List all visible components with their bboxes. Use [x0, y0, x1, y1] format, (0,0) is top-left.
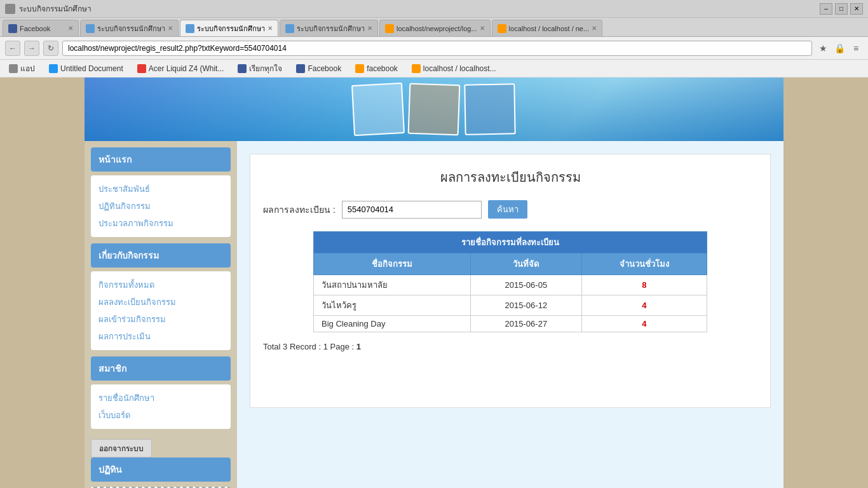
- sidebar-link-students[interactable]: รายชื่อนักศึกษา: [98, 390, 223, 407]
- tabs-bar: Facebook ✕ ระบบกิจกรรมนักศึกษา ✕ ระบบกิจ…: [0, 18, 868, 37]
- table-row: Big Cleaning Day 2015-06-27 4: [314, 316, 707, 332]
- localhost-icon: [412, 64, 421, 73]
- bookmark-riak-label: เรียกทุกใจ: [249, 62, 282, 74]
- tab-favicon-pma: [498, 24, 506, 33]
- activity-date-1: 2015-06-05: [470, 275, 581, 295]
- photo-thumb-2: [408, 83, 461, 136]
- tab-close-system2[interactable]: ✕: [268, 25, 273, 32]
- browser-icon: [5, 4, 15, 14]
- activity-date-3: 2015-06-27: [470, 316, 581, 332]
- bookmarks-bar: แอป Untitled Document Acer Liquid Z4 (Wh…: [0, 60, 868, 78]
- bookmark-acer[interactable]: Acer Liquid Z4 (Whit...: [133, 63, 228, 74]
- sidebar-link-gallery[interactable]: ประมวลภาพกิจกรรม: [98, 215, 223, 232]
- main-content: ผลการลงทะเบียนกิจกรรม ผลการลงทะเบียน : ค…: [237, 141, 783, 488]
- sidebar-link-announcements[interactable]: ประชาสัมพันธ์: [98, 180, 223, 198]
- settings-icon[interactable]: ≡: [849, 41, 863, 55]
- tab-localhost-log[interactable]: localhost/newproject/log... ✕: [379, 20, 491, 36]
- activity-name-3: Big Cleaning Day: [314, 316, 471, 332]
- tab-close-log[interactable]: ✕: [480, 25, 485, 32]
- sidebar-header-calendar: ปฏิทิน: [91, 458, 231, 482]
- tab-close-pma[interactable]: ✕: [592, 25, 597, 32]
- tab-label-system1: ระบบกิจกรรมนักศึกษา: [97, 23, 165, 34]
- activity-hours-1: 8: [581, 275, 707, 295]
- sidebar-link-reg-result[interactable]: ผลลงทะเบียนกิจกรรม: [98, 294, 223, 311]
- total-text: Total 3 Record : 1 Page :: [263, 342, 354, 351]
- table-title-header: รายชื่อกิจกรรมที่ลงทะเบียน: [314, 232, 707, 254]
- facebook2-icon: [355, 64, 364, 73]
- untitled-icon: [49, 64, 58, 73]
- tab-facebook[interactable]: Facebook ✕: [3, 20, 79, 36]
- back-button[interactable]: ←: [5, 41, 20, 56]
- body-layout: หน้าแรก ประชาสัมพันธ์ ปฏิทินกิจกรรม ประม…: [85, 141, 783, 488]
- bookmark-riak[interactable]: เรียกทุกใจ: [234, 61, 286, 76]
- header-image: [85, 78, 783, 141]
- tab-label-pma: localhost / localhost / ne...: [509, 25, 590, 32]
- sidebar-link-all-activities[interactable]: กิจกรรมทั้งหมด: [98, 276, 223, 294]
- sidebar-link-join-result[interactable]: ผลเข้าร่วมกิจกรรม: [98, 311, 223, 328]
- maximize-button[interactable]: □: [835, 3, 848, 15]
- logout-button[interactable]: ออกจากระบบ: [91, 439, 152, 458]
- sidebar-section-calendar: ปฏิทิน ◀ July 2015 ▶ S: [91, 458, 231, 488]
- search-input[interactable]: [342, 201, 482, 219]
- window-title: ระบบกิจกรรมนักศึกษา: [19, 3, 92, 15]
- bookmark-localhost-label: localhost / localhost...: [423, 64, 496, 73]
- sidebar-link-evaluation[interactable]: ผลการประเมิน: [98, 328, 223, 345]
- tab-localhost-pma[interactable]: localhost / localhost / ne... ✕: [492, 20, 603, 36]
- activity-hours-2: 4: [581, 295, 707, 316]
- tab-favicon-system2: [186, 24, 194, 33]
- search-label: ผลการลงทะเบียน :: [263, 203, 336, 217]
- sidebar-link-webboard[interactable]: เว็บบอร์ด: [98, 407, 223, 424]
- tab-favicon-system3: [285, 24, 294, 33]
- sidebar-section-members: สมาชิก รายชื่อนักศึกษา เว็บบอร์ด: [91, 356, 231, 429]
- photo-thumb-3: [464, 83, 515, 135]
- bookmark-apps[interactable]: แอป: [5, 61, 39, 76]
- bookmark-star-icon[interactable]: ★: [816, 41, 830, 55]
- minimize-button[interactable]: –: [820, 3, 832, 15]
- sidebar-header-members: สมาชิก: [91, 356, 231, 381]
- bookmark-apps-label: แอป: [20, 62, 35, 74]
- sidebar: หน้าแรก ประชาสัมพันธ์ ปฏิทินกิจกรรม ประม…: [85, 141, 237, 488]
- page-title: ผลการลงทะเบียนกิจกรรม: [263, 167, 757, 187]
- results-table: รายชื่อกิจกรรมที่ลงทะเบียน ชื่อกิจกรรม ว…: [313, 231, 707, 332]
- bookmark-facebook2[interactable]: facebook: [351, 63, 402, 74]
- url-bar[interactable]: [62, 41, 812, 56]
- tab-label-log: localhost/newproject/log...: [397, 25, 477, 32]
- results-panel: ผลการลงทะเบียนกิจกรรม ผลการลงทะเบียน : ค…: [250, 154, 771, 408]
- total-page: 1: [356, 342, 361, 351]
- close-button[interactable]: ✕: [850, 3, 863, 15]
- sidebar-section-home: หน้าแรก ประชาสัมพันธ์ ปฏิทินกิจกรรม ประม…: [91, 147, 231, 237]
- search-row: ผลการลงทะเบียน : ค้นหา: [263, 200, 757, 219]
- activity-name-2: วันไหว้ครู: [314, 295, 471, 316]
- table-row: วันไหว้ครู 2015-06-12 4: [314, 295, 707, 316]
- sidebar-header-activities: เกี่ยวกับกิจกรรม: [91, 243, 231, 268]
- tab-label-facebook: Facebook: [20, 25, 50, 32]
- tab-close-system3[interactable]: ✕: [367, 25, 372, 32]
- col-header-hours: จำนวนชั่วโมง: [581, 254, 707, 275]
- tab-system1[interactable]: ระบบกิจกรรมนักศึกษา ✕: [80, 20, 179, 36]
- total-row: Total 3 Record : 1 Page : 1: [263, 342, 757, 351]
- security-icon[interactable]: 🔒: [832, 41, 846, 55]
- tab-close-system1[interactable]: ✕: [168, 25, 173, 32]
- forward-button[interactable]: →: [24, 41, 39, 56]
- sidebar-link-calendar-link[interactable]: ปฏิทินกิจกรรม: [98, 198, 223, 215]
- col-header-name: ชื่อกิจกรรม: [314, 254, 471, 275]
- bookmark-localhost[interactable]: localhost / localhost...: [408, 63, 500, 74]
- col-header-date: วันที่จัด: [470, 254, 581, 275]
- table-row: วันสถาปนามหาลัย 2015-06-05 8: [314, 275, 707, 295]
- tab-favicon-log: [385, 24, 394, 33]
- tab-system3[interactable]: ระบบกิจกรรมนักศึกษา ✕: [280, 20, 378, 36]
- window-controls: – □ ✕: [820, 3, 863, 15]
- tab-system2-active[interactable]: ระบบกิจกรรมนักศึกษา ✕: [180, 20, 278, 36]
- reload-button[interactable]: ↻: [43, 41, 58, 56]
- sidebar-links-home: ประชาสัมพันธ์ ปฏิทินกิจกรรม ประมวลภาพกิจ…: [91, 175, 231, 237]
- bookmark-untitled[interactable]: Untitled Document: [45, 63, 127, 74]
- search-button[interactable]: ค้นหา: [488, 200, 527, 219]
- tab-close-facebook[interactable]: ✕: [68, 25, 73, 32]
- activity-hours-3: 4: [581, 316, 707, 332]
- content-area: หน้าแรก ประชาสัมพันธ์ ปฏิทินกิจกรรม ประม…: [0, 78, 868, 488]
- tab-favicon-facebook: [8, 24, 17, 33]
- sidebar-section-activities: เกี่ยวกับกิจกรรม กิจกรรมทั้งหมด ผลลงทะเบ…: [91, 243, 231, 350]
- page-wrapper: หน้าแรก ประชาสัมพันธ์ ปฏิทินกิจกรรม ประม…: [85, 78, 783, 488]
- tab-label-system3: ระบบกิจกรรมนักศึกษา: [297, 23, 365, 34]
- bookmark-facebook[interactable]: Facebook: [292, 63, 345, 74]
